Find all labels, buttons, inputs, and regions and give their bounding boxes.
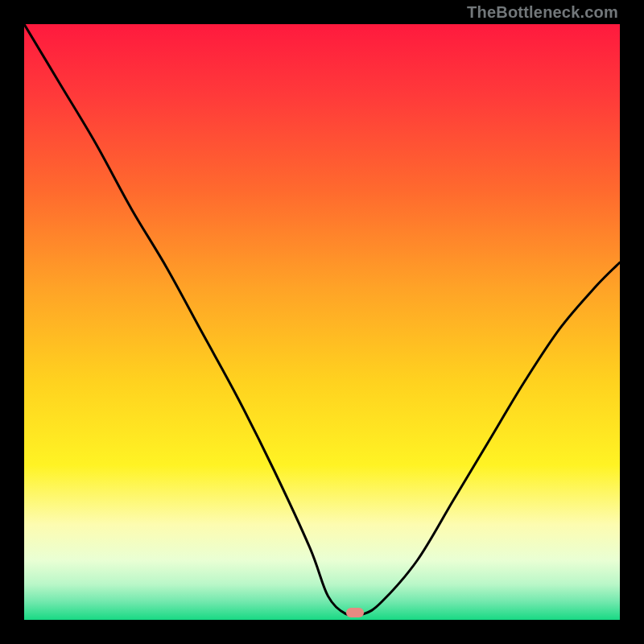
plot-area — [24, 24, 620, 620]
watermark-text: TheBottleneck.com — [467, 3, 618, 22]
bottleneck-curve — [24, 24, 620, 620]
optimal-point-marker — [346, 608, 364, 617]
chart-frame: TheBottleneck.com — [0, 0, 644, 644]
